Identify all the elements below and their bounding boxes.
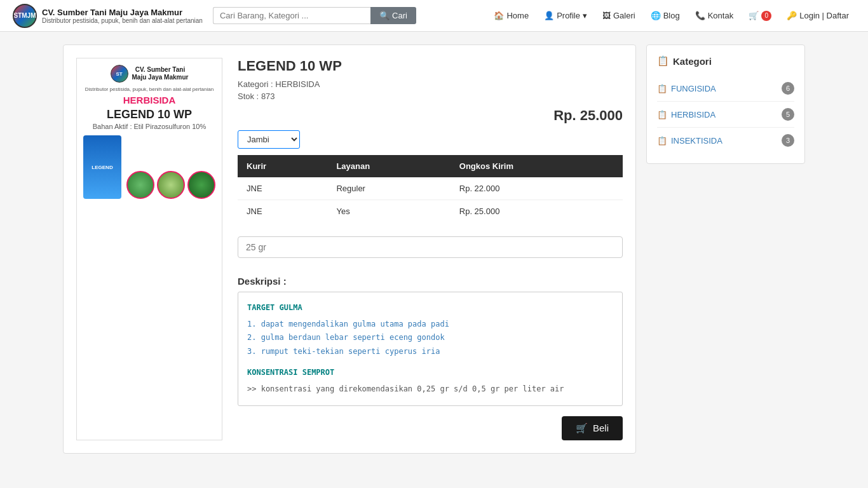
category-icon: 📋 <box>657 110 667 119</box>
category-name: FUNGISIDA <box>671 84 716 93</box>
home-icon: 🏠 <box>494 11 504 20</box>
desc-items: 1. dapat mengendalikan gulma utama pada … <box>247 318 613 359</box>
quantity-input[interactable] <box>238 236 623 258</box>
sidebar-items: 📋 FUNGISIDA 6 📋 HERBISIDA 5 📋 INSEKTISID… <box>657 76 794 153</box>
cart-badge: 0 <box>761 11 771 21</box>
gallery-icon: 🖼 <box>602 11 611 20</box>
category-name: HERBISIDA <box>671 110 715 119</box>
search-input[interactable] <box>213 7 370 24</box>
thumb-image-3 <box>187 171 215 199</box>
nav-kontak[interactable]: 📞 Kontak <box>689 8 740 24</box>
sidebar-item-label: 📋 INSEKTISIDA <box>657 136 722 146</box>
sidebar-category-item[interactable]: 📋 FUNGISIDA 6 <box>657 76 794 102</box>
login-icon: 🔑 <box>787 11 797 20</box>
category-badge: 5 <box>782 108 794 121</box>
category-icon: 📋 <box>657 84 667 93</box>
location-select[interactable]: Jambi Jakarta Bandung Surabaya <box>238 130 300 149</box>
category-badge: 6 <box>782 82 794 95</box>
nav-cart[interactable]: 🛒 0 <box>742 8 778 24</box>
col-ongkos: Ongkos Kirim <box>451 155 623 177</box>
brand-name: CV. Sumber TaniMaju Jaya Makmur <box>132 66 189 81</box>
brand-logo: ST CV. Sumber TaniMaju Jaya Makmur <box>83 65 215 83</box>
herbisida-label: HERBISIDA <box>83 95 215 105</box>
nav-galeri[interactable]: 🖼 Galeri <box>596 8 642 24</box>
sidebar-item-label: 📋 FUNGISIDA <box>657 84 716 93</box>
company-name: CV. Sumber Tani Maju Jaya Makmur <box>42 8 203 17</box>
search-icon: 🔍 <box>379 11 390 20</box>
product-inner: ST CV. Sumber TaniMaju Jaya Makmur Distr… <box>76 58 623 440</box>
sidebar-title: 📋 Kategori <box>657 55 794 67</box>
shipping-table-header: Kurir Layanan Ongkos Kirim <box>238 155 623 177</box>
col-kurir: Kurir <box>238 155 327 177</box>
buy-button[interactable]: 🛒 Beli <box>562 416 623 440</box>
thumb-image-2 <box>157 171 185 199</box>
product-price: Rp. 25.000 <box>553 107 623 123</box>
sidebar-title-icon: 📋 <box>657 55 669 67</box>
search-button[interactable]: 🔍 Cari <box>370 7 416 24</box>
sidebar-item-label: 📋 HERBISIDA <box>657 110 715 119</box>
search-area: 🔍 Cari <box>213 7 416 24</box>
logo-area: STMJM CV. Sumber Tani Maju Jaya Makmur D… <box>13 4 203 28</box>
sidebar-category-item[interactable]: 📋 INSEKTISIDA 3 <box>657 128 794 153</box>
company-subtitle: Distributor pestisida, pupuk, benih dan … <box>42 17 203 24</box>
shipping-kurir: JNE <box>238 200 327 223</box>
nav-menu: 🏠 Home 👤 Profile ▾ 🖼 Galeri 🌐 Blog 📞 Kon… <box>487 8 855 24</box>
sidebar-category-item[interactable]: 📋 HERBISIDA 5 <box>657 102 794 128</box>
shipping-kurir: JNE <box>238 177 327 200</box>
col-layanan: Layanan <box>327 155 450 177</box>
shipping-table-row: JNE Yes Rp. 25.000 <box>238 200 623 223</box>
person-icon: 👤 <box>544 11 554 20</box>
description-section: Deskripsi : TARGET GULMA 1. dapat mengen… <box>238 276 623 406</box>
product-thumbnails <box>126 171 215 199</box>
product-stock: Stok : 873 <box>238 92 623 101</box>
price-row: Rp. 25.000 <box>238 107 623 124</box>
desc-item: 2. gulma berdaun lebar seperti eceng gon… <box>247 331 613 345</box>
description-box: TARGET GULMA 1. dapat mengendalikan gulm… <box>238 292 623 406</box>
buy-btn-row: 🛒 Beli <box>238 416 623 440</box>
category-name: INSEKTISIDA <box>671 136 722 146</box>
chevron-down-icon: ▾ <box>583 11 587 20</box>
logo-icon: STMJM <box>13 4 37 28</box>
desc-item: 1. dapat mengendalikan gulma utama pada … <box>247 318 613 332</box>
product-title: LEGEND 10 WP <box>238 58 623 74</box>
main-container: ST CV. Sumber TaniMaju Jaya Makmur Distr… <box>53 44 815 454</box>
product-images: ST CV. Sumber TaniMaju Jaya Makmur Distr… <box>76 58 222 440</box>
product-card: ST CV. Sumber TaniMaju Jaya Makmur Distr… <box>63 44 636 454</box>
shipping-ongkos: Rp. 25.000 <box>451 200 623 223</box>
desc-konsentrasi-value: >> konsentrasi yang direkomendasikan 0,2… <box>247 383 613 396</box>
brand-logo-icon: ST <box>111 65 128 83</box>
shipping-layanan: Reguler <box>327 177 450 200</box>
phone-icon: 📞 <box>695 11 705 20</box>
product-category: Kategori : HERBISIDA <box>238 79 623 89</box>
sidebar-card: 📋 Kategori 📋 FUNGISIDA 6 📋 HERBISIDA 5 📋… <box>646 44 805 164</box>
desc-konsentrasi-title: KONSENTRASI SEMPROT <box>247 366 613 380</box>
product-name-img: LEGEND 10 WP <box>83 108 215 121</box>
desc-item: 3. rumput teki-tekian seperti cyperus ir… <box>247 345 613 359</box>
globe-icon: 🌐 <box>651 11 661 20</box>
shipping-ongkos: Rp. 22.000 <box>451 177 623 200</box>
category-icon: 📋 <box>657 136 667 146</box>
category-badge: 3 <box>782 134 794 147</box>
sidebar: 📋 Kategori 📋 FUNGISIDA 6 📋 HERBISIDA 5 📋… <box>646 44 805 454</box>
product-details: LEGEND 10 WP Kategori : HERBISIDA Stok :… <box>238 58 623 440</box>
shipping-layanan: Yes <box>327 200 450 223</box>
nav-home[interactable]: 🏠 Home <box>487 8 535 24</box>
description-title: Deskripsi : <box>238 276 623 287</box>
logo-text: CV. Sumber Tani Maju Jaya Makmur Distrib… <box>42 8 203 24</box>
cart-icon: 🛒 <box>749 11 759 20</box>
shipping-table-body: JNE Reguler Rp. 22.000 JNE Yes Rp. 25.00… <box>238 177 623 222</box>
thumb-image-1 <box>126 171 154 199</box>
shipping-table-row: JNE Reguler Rp. 22.000 <box>238 177 623 200</box>
brand-sub: Distributor pestisida, pupuk, benih dan … <box>83 86 215 92</box>
nav-login[interactable]: 🔑 Login | Daftar <box>780 8 855 24</box>
desc-target-gulma-title: TARGET GULMA <box>247 301 613 315</box>
shipping-table: Kurir Layanan Ongkos Kirim JNE Reguler R… <box>238 155 623 222</box>
bahan-aktif: Bahan Aktif : Etil Pirazosulfuron 10% <box>83 123 215 130</box>
product-main-image <box>83 135 121 199</box>
nav-profile[interactable]: 👤 Profile ▾ <box>538 8 593 24</box>
nav-blog[interactable]: 🌐 Blog <box>644 8 686 24</box>
header: STMJM CV. Sumber Tani Maju Jaya Makmur D… <box>0 0 868 32</box>
cart-buy-icon: 🛒 <box>576 423 588 434</box>
